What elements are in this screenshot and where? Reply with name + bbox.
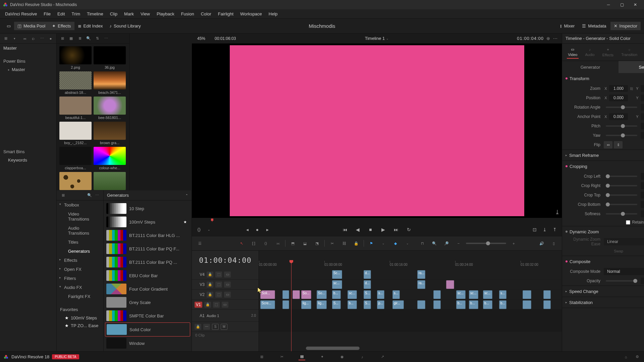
- retain-checkbox[interactable]: [626, 220, 630, 225]
- snap-icon[interactable]: ⊓: [418, 239, 427, 248]
- speaker-icon[interactable]: 🔊: [537, 239, 546, 248]
- link-icon[interactable]: ⛓: [629, 87, 634, 90]
- dynamic-trim-tool[interactable]: ⟨⟩: [261, 239, 270, 248]
- dropdown-icon[interactable]: ⌄: [205, 225, 213, 234]
- edit-page-icon[interactable]: ▤: [299, 354, 305, 360]
- generator-item[interactable]: BT.2111 Color Bar HLG ...: [105, 229, 190, 242]
- crop-left-slider[interactable]: [606, 176, 637, 177]
- anchor-x-input[interactable]: [609, 113, 628, 120]
- lock-icon[interactable]: 🔒: [207, 292, 213, 298]
- mixer-tab[interactable]: ⫿Mixer: [556, 22, 578, 30]
- first-frame-button[interactable]: ⏮: [341, 225, 350, 234]
- fx-panel-icon[interactable]: ⊞: [59, 192, 67, 199]
- prev-edit-icon[interactable]: ◂: [243, 225, 252, 234]
- collapse-icon[interactable]: ⌃: [185, 194, 188, 197]
- master-bin[interactable]: Master: [0, 44, 56, 53]
- generator-item[interactable]: SMPTE Color Bar: [105, 309, 190, 322]
- flip-v-button[interactable]: ⇕: [614, 141, 623, 148]
- clip[interactable]: So...: [317, 290, 327, 299]
- clip[interactable]: gir...: [392, 300, 404, 309]
- tc-more-icon[interactable]: ⋯: [553, 36, 558, 41]
- softness-input[interactable]: [641, 210, 644, 217]
- favorite-item[interactable]: ★100mV Steps: [57, 314, 103, 322]
- pitch-input[interactable]: [641, 123, 644, 129]
- timeline-body[interactable]: 01:00:00:0001:00:08:0001:00:16:0001:00:2…: [259, 251, 562, 351]
- fx-category[interactable]: Audio FX: [57, 283, 103, 292]
- rotation-input[interactable]: [641, 104, 644, 111]
- timeline-view-opts[interactable]: ☰: [195, 239, 205, 248]
- deliver-page-icon[interactable]: ↗: [379, 354, 386, 360]
- fx-category[interactable]: Open FX: [57, 265, 103, 274]
- clip[interactable]: sc...: [347, 290, 357, 299]
- marker-icon[interactable]: ◆: [391, 239, 400, 248]
- clip[interactable]: s...: [392, 290, 400, 299]
- pitch-slider[interactable]: [606, 125, 637, 127]
- thumbnail[interactable]: beach-3471...: [94, 71, 126, 95]
- thumbnail[interactable]: boy_-_2182...: [59, 122, 92, 145]
- thumbnail[interactable]: brown gra...: [94, 122, 126, 145]
- clip[interactable]: b...: [456, 300, 466, 309]
- lock-icon[interactable]: 🔒: [204, 302, 211, 308]
- tc-options-icon[interactable]: ⊕: [546, 36, 550, 41]
- inspector-tab-transition[interactable]: ⟐Transition: [620, 46, 639, 58]
- more-icon[interactable]: ⋯: [102, 35, 110, 42]
- zoom-x-input[interactable]: [609, 85, 628, 92]
- generator-item[interactable]: 100mV Steps★: [105, 215, 190, 229]
- crop-bottom-slider[interactable]: [606, 204, 637, 205]
- disable-track[interactable]: ⬚: [213, 302, 220, 308]
- generator-item[interactable]: BT.2111 Color Bar PQ F...: [105, 242, 190, 255]
- clip[interactable]: [523, 300, 531, 309]
- fx-search-icon[interactable]: 🔍: [86, 192, 93, 199]
- menu-clip[interactable]: Clip: [107, 10, 120, 18]
- link-icon[interactable]: ⛓: [339, 239, 349, 248]
- clip[interactable]: sc...: [456, 290, 466, 299]
- bin-page-icon[interactable]: ⫐: [30, 35, 37, 42]
- thumbnail[interactable]: 2.png: [59, 46, 92, 69]
- generator-item[interactable]: BT.2111 Color Bar PQ ...: [105, 255, 190, 269]
- menu-edit[interactable]: Edit: [54, 10, 68, 18]
- menu-fairlight[interactable]: Fairlight: [215, 10, 236, 18]
- thumbnail[interactable]: colour-whe...: [94, 147, 126, 170]
- generator-item[interactable]: Solid Color: [105, 322, 190, 337]
- clip[interactable]: [446, 280, 454, 289]
- ease-select[interactable]: Linear: [604, 238, 644, 245]
- pos-x-input[interactable]: [609, 95, 628, 101]
- clip[interactable]: S...: [332, 300, 341, 309]
- menu-color[interactable]: Color: [198, 10, 214, 18]
- cropping-header[interactable]: Cropping: [570, 164, 587, 169]
- crop-top-slider[interactable]: [606, 194, 637, 196]
- stop-button[interactable]: ■: [366, 225, 375, 234]
- crop-right-slider[interactable]: [606, 185, 637, 186]
- lock-icon[interactable]: 🔒: [207, 282, 213, 288]
- clip[interactable]: [282, 290, 289, 299]
- fairlight-page-icon[interactable]: ♪: [359, 354, 366, 360]
- zoom-out[interactable]: −: [454, 239, 463, 248]
- inspector-tab[interactable]: ✕Inspector: [610, 22, 641, 30]
- dynamic-zoom-header[interactable]: Dynamic Zoom: [570, 229, 599, 234]
- disable-track[interactable]: ⬚: [215, 272, 222, 278]
- clip[interactable]: b...: [483, 300, 492, 309]
- clip[interactable]: d...: [364, 280, 371, 289]
- anchor-y-input[interactable]: [641, 113, 644, 120]
- clip[interactable]: sc...: [332, 280, 342, 289]
- mute-button[interactable]: M: [221, 324, 227, 330]
- lock-icon[interactable]: 🔒: [207, 272, 213, 278]
- composite-header[interactable]: Composite: [570, 259, 590, 264]
- clip[interactable]: [292, 290, 300, 299]
- list-view-icon[interactable]: ≣: [76, 35, 84, 42]
- crop-bottom-input[interactable]: [641, 201, 644, 208]
- clip[interactable]: d...: [364, 270, 371, 279]
- bin-panel-icon[interactable]: ⊞: [2, 35, 9, 42]
- fx-category[interactable]: Effects: [57, 256, 103, 265]
- menu-fusion[interactable]: Fusion: [178, 10, 197, 18]
- menu-view[interactable]: View: [138, 10, 153, 18]
- auto-select[interactable]: ▭: [224, 292, 231, 298]
- home-icon[interactable]: ⌂: [623, 354, 629, 360]
- flag-dd[interactable]: ⌄: [379, 239, 388, 248]
- menu-trim[interactable]: Trim: [69, 10, 84, 18]
- marker-dot-icon[interactable]: ●: [253, 225, 262, 234]
- blade-tool[interactable]: ⫗: [273, 239, 282, 248]
- yaw-input[interactable]: [641, 132, 644, 139]
- grid-view-icon[interactable]: ⊞: [59, 35, 66, 42]
- menu-app[interactable]: DaVinci Resolve: [2, 10, 40, 18]
